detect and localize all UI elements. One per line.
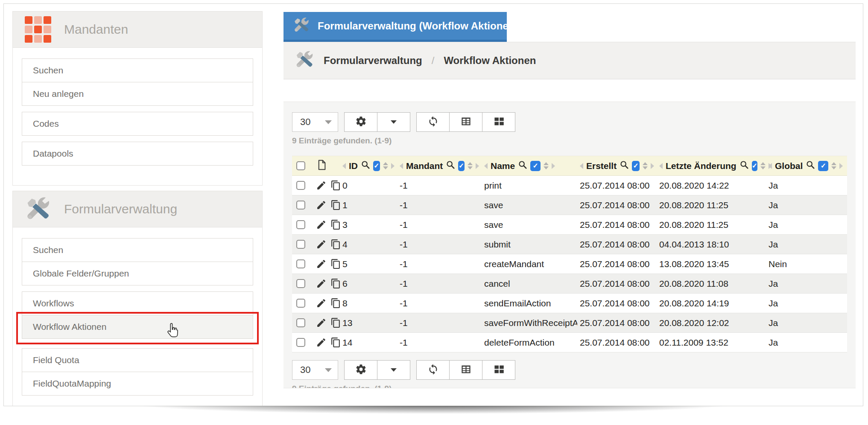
sidebar-item-workflows[interactable]: Workflows — [22, 291, 253, 315]
edit-button[interactable] — [316, 259, 327, 269]
chevron-right-icon[interactable] — [476, 163, 479, 169]
chevron-left-icon[interactable] — [484, 163, 488, 169]
results-count: 9 Einträge gefunden. (1-9) — [292, 384, 847, 388]
row-checkbox[interactable] — [296, 299, 305, 308]
table-view-button[interactable] — [450, 361, 482, 379]
breadcrumb-parent[interactable]: Formularverwaltung — [324, 55, 422, 67]
refresh-button[interactable] — [417, 361, 450, 379]
column-visibility-checkbox[interactable]: ✓ — [373, 161, 380, 171]
row-checkbox[interactable] — [296, 259, 305, 268]
chevron-left-icon[interactable] — [342, 163, 346, 169]
refresh-button[interactable] — [417, 113, 450, 131]
card-view-button[interactable] — [482, 361, 515, 379]
sidebar-item-globale-felder-gruppen[interactable]: Globale Felder/Gruppen — [22, 262, 253, 285]
row-checkbox[interactable] — [296, 201, 305, 210]
sort-arrows-icon[interactable] — [544, 162, 549, 169]
row-select-cell — [292, 254, 313, 274]
row-action-icons — [316, 317, 337, 328]
column-visibility-checkbox[interactable]: ✓ — [632, 161, 640, 171]
sidebar-item-codes[interactable]: Codes — [22, 112, 253, 136]
edit-button[interactable] — [316, 180, 327, 191]
column-visibility-checkbox[interactable]: ✓ — [530, 161, 541, 171]
cell-erstellt: 25.07.2014 08:00 — [577, 294, 657, 313]
tab-title: Formularverwaltung (Workflow Aktionen) — [318, 20, 518, 32]
grid-icon — [25, 16, 51, 43]
sidebar-item-datapools[interactable]: Datapools — [22, 142, 253, 166]
chevron-left-icon[interactable] — [659, 163, 663, 169]
table-view-button[interactable] — [450, 113, 482, 131]
page-shadow — [4, 406, 862, 419]
copy-button[interactable] — [330, 278, 340, 289]
copy-button[interactable] — [330, 200, 340, 210]
sidebar-item-fieldquotamapping[interactable]: FieldQuotaMapping — [22, 372, 253, 396]
edit-button[interactable] — [316, 278, 327, 289]
page-size-select[interactable]: 30 — [292, 112, 338, 132]
copy-button[interactable] — [330, 219, 340, 230]
sidebar-items: SuchenGlobale Felder/GruppenWorkflowsWor… — [13, 227, 262, 406]
breadcrumb-separator: / — [432, 55, 435, 67]
sidebar-item-suchen[interactable]: Suchen — [22, 58, 253, 82]
chevron-left-icon[interactable] — [400, 163, 403, 169]
sort-arrows-icon[interactable] — [760, 162, 766, 169]
sort-up-icon — [468, 162, 473, 165]
chevron-right-icon[interactable] — [552, 163, 555, 169]
page-size-select[interactable]: 30 — [292, 360, 338, 380]
sort-arrows-icon[interactable] — [831, 162, 836, 169]
edit-button[interactable] — [316, 317, 327, 328]
card-view-button[interactable] — [482, 113, 515, 131]
copy-button[interactable] — [330, 259, 340, 269]
sort-arrows-icon[interactable] — [643, 162, 648, 169]
toolbar-bottom: 30 — [292, 360, 847, 380]
chevron-right-icon[interactable] — [651, 163, 654, 169]
settings-button[interactable] — [345, 113, 377, 131]
row-action-icons — [316, 239, 337, 250]
tab-close-icon[interactable]: × — [531, 20, 538, 32]
sort-up-icon — [831, 162, 836, 165]
breadcrumb-current[interactable]: Workflow Aktionen — [444, 55, 536, 67]
edit-button[interactable] — [316, 239, 327, 250]
row-checkbox[interactable] — [296, 240, 305, 249]
chevron-left-icon[interactable] — [580, 163, 583, 169]
copy-button[interactable] — [330, 239, 340, 250]
settings-button[interactable] — [345, 361, 377, 379]
table-row: 13-1saveFormWithReceiptAction25.07.2014 … — [292, 313, 847, 333]
tab-formularverwaltung-workflow-aktionen[interactable]: Formularverwaltung (Workflow Aktionen) × — [283, 12, 507, 42]
column-visibility-checkbox[interactable]: ✓ — [458, 161, 465, 171]
sort-up-icon — [760, 162, 766, 165]
column-visibility-checkbox[interactable]: ✓ — [818, 161, 828, 171]
sidebar-item-field-quota[interactable]: Field Quota — [22, 348, 253, 372]
cell-mandant: -1 — [397, 195, 482, 215]
sort-arrows-icon[interactable] — [383, 162, 388, 169]
copy-button[interactable] — [330, 317, 340, 328]
select-all-checkbox[interactable] — [296, 161, 305, 170]
row-select-cell — [292, 313, 313, 333]
row-checkbox[interactable] — [296, 181, 305, 190]
copy-button[interactable] — [330, 180, 340, 191]
chevron-left-icon[interactable] — [769, 163, 772, 169]
chevron-right-icon[interactable] — [839, 163, 843, 169]
cell-mandant: -1 — [397, 215, 482, 235]
edit-button[interactable] — [316, 298, 327, 309]
sort-up-icon — [383, 162, 388, 165]
chevron-right-icon[interactable] — [391, 163, 395, 169]
sort-down-icon — [544, 166, 549, 169]
row-checkbox[interactable] — [296, 279, 305, 288]
column-visibility-checkbox[interactable]: ✓ — [752, 161, 757, 171]
edit-button[interactable] — [316, 219, 327, 230]
sidebar-item-suchen[interactable]: Suchen — [22, 238, 253, 262]
cell-value: -1 — [400, 318, 408, 328]
edit-button[interactable] — [316, 200, 327, 210]
copy-button[interactable] — [330, 337, 340, 348]
cell-value: -1 — [400, 220, 408, 230]
main-content: Formularverwaltung (Workflow Aktionen) ×… — [283, 12, 856, 388]
settings-menu-button[interactable] — [377, 113, 410, 131]
copy-button[interactable] — [330, 298, 340, 309]
settings-menu-button[interactable] — [377, 361, 410, 379]
row-checkbox[interactable] — [296, 318, 305, 327]
sidebar-item-workflow-aktionen[interactable]: Workflow Aktionen — [22, 315, 253, 339]
row-checkbox[interactable] — [296, 220, 305, 229]
sidebar-item-neu-anlegen[interactable]: Neu anlegen — [22, 82, 253, 106]
edit-button[interactable] — [316, 337, 327, 348]
row-checkbox[interactable] — [296, 338, 305, 347]
sort-arrows-icon[interactable] — [468, 162, 473, 169]
